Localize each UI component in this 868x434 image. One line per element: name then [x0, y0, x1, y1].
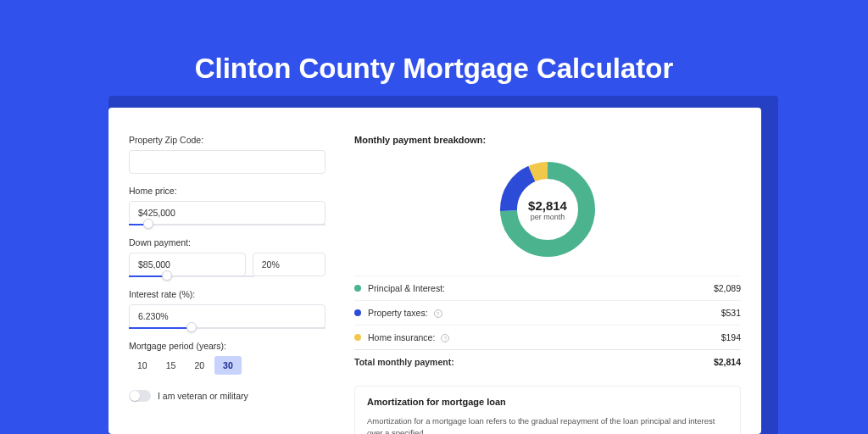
period-btn-20[interactable]: 20 [186, 356, 213, 375]
donut-chart-wrap: $2,814 per month [354, 159, 741, 260]
toggle-knob [130, 391, 140, 401]
calculator-card: Property Zip Code: Home price: Down paym… [108, 108, 761, 434]
home-price-slider[interactable] [129, 224, 326, 225]
breakdown-label: Home insurance: ? [368, 332, 721, 342]
down-payment-label: Down payment: [129, 237, 326, 248]
amortization-body: Amortization for a mortgage loan refers … [367, 415, 728, 434]
breakdown-value: $531 [721, 308, 741, 318]
period-row-wrap: Mortgage period (years): 10 15 20 30 [129, 341, 326, 375]
period-btn-10[interactable]: 10 [129, 356, 156, 375]
breakdown-label: Property taxes: ? [368, 308, 721, 318]
total-label: Total monthly payment: [354, 357, 714, 367]
interest-slider[interactable] [129, 327, 326, 329]
amortization-card: Amortization for mortgage loan Amortizat… [354, 386, 741, 434]
interest-slider-thumb[interactable] [186, 322, 197, 332]
donut-sub: per month [528, 213, 567, 221]
period-btn-15[interactable]: 15 [158, 356, 185, 375]
down-payment-slider-thumb[interactable] [162, 270, 172, 281]
interest-label: Interest rate (%): [129, 289, 326, 299]
veteran-toggle[interactable] [129, 390, 151, 402]
info-icon[interactable]: ? [441, 334, 449, 342]
total-value: $2,814 [714, 357, 741, 367]
down-payment-slider[interactable] [129, 275, 254, 277]
breakdown-panel: Monthly payment breakdown: $2,814 per mo… [346, 108, 761, 434]
amortization-title: Amortization for mortgage loan [367, 397, 728, 407]
form-panel: Property Zip Code: Home price: Down paym… [108, 108, 346, 434]
zip-row: Property Zip Code: [129, 135, 326, 174]
home-price-slider-thumb[interactable] [143, 219, 153, 229]
breakdown-label: Principal & Interest: [368, 283, 714, 293]
home-price-input[interactable] [129, 201, 326, 225]
down-payment-pct-input[interactable] [253, 253, 326, 276]
down-payment-row: Down payment: [129, 237, 326, 277]
veteran-label: I am veteran or military [158, 391, 248, 401]
insurance-label-text: Home insurance: [368, 332, 435, 342]
period-label: Mortgage period (years): [129, 341, 326, 351]
info-icon[interactable]: ? [434, 309, 442, 318]
interest-row: Interest rate (%): [129, 289, 326, 329]
breakdown-value: $194 [721, 332, 741, 342]
period-buttons: 10 15 20 30 [129, 356, 326, 375]
dot-taxes-icon [354, 309, 361, 316]
zip-label: Property Zip Code: [129, 135, 326, 145]
donut-center: $2,814 per month [528, 198, 567, 221]
breakdown-title: Monthly payment breakdown: [354, 135, 741, 145]
breakdown-value: $2,089 [714, 283, 741, 293]
donut-amount: $2,814 [528, 198, 567, 213]
breakdown-row-insurance: Home insurance: ? $194 [354, 325, 741, 349]
dot-principal-icon [354, 285, 361, 292]
breakdown-row-principal: Principal & Interest: $2,089 [354, 275, 741, 300]
veteran-row: I am veteran or military [129, 390, 326, 402]
dot-insurance-icon [354, 334, 361, 341]
breakdown-row-taxes: Property taxes: ? $531 [354, 300, 741, 325]
home-price-row: Home price: [129, 186, 326, 225]
interest-input[interactable] [129, 304, 326, 328]
taxes-label-text: Property taxes: [368, 308, 428, 318]
down-payment-input[interactable] [129, 253, 246, 276]
page-title: Clinton County Mortgage Calculator [0, 0, 868, 85]
zip-input[interactable] [129, 150, 326, 174]
donut-chart: $2,814 per month [497, 159, 598, 260]
breakdown-total-row: Total monthly payment: $2,814 [354, 349, 741, 374]
home-price-label: Home price: [129, 186, 326, 196]
period-btn-30[interactable]: 30 [214, 356, 242, 375]
